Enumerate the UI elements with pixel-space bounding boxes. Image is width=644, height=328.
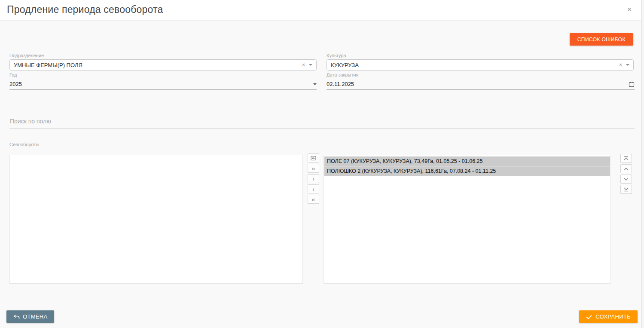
division-select[interactable]: УМНЫЕ ФЕРМЫ(Р) ПОЛЯ × — [9, 59, 317, 71]
move-bottom-button[interactable] — [620, 185, 632, 194]
rotations-label: Севообороты — [9, 142, 39, 147]
page-title: Продление периода севооборота — [7, 4, 163, 15]
culture-field: Культура КУКУРУЗА × — [327, 53, 634, 71]
undo-icon — [13, 314, 20, 319]
calendar-icon[interactable] — [629, 81, 635, 87]
close-date-field: Дата закрытия 02.11.2025 — [327, 72, 635, 90]
chevron-up-icon — [623, 167, 629, 171]
year-label: Год — [9, 72, 317, 77]
transfer-buttons: » › ‹ « — [308, 153, 319, 204]
close-date-value: 02.11.2025 — [327, 81, 629, 87]
cancel-button[interactable]: ОТМЕНА — [6, 310, 54, 323]
culture-value: КУКУРУЗА — [331, 62, 619, 68]
culture-label: Культура — [327, 53, 634, 58]
culture-select[interactable]: КУКУРУЗА × — [327, 59, 634, 71]
clear-icon[interactable]: × — [619, 62, 622, 67]
selected-rotations-list[interactable]: ПОЛЕ 07 (КУКУРУЗА, КУКУРУЗА), 73,49Га, 0… — [324, 155, 611, 284]
chevron-bottom-icon — [623, 187, 629, 192]
crop-rotation-extension-dialog: Продление периода севооборота × СПИСОК О… — [0, 0, 644, 328]
dialog-header: Продление периода севооборота × — [0, 0, 641, 21]
move-highlighted-left-button[interactable] — [308, 153, 319, 162]
order-buttons — [620, 154, 632, 194]
caret-down-icon[interactable] — [626, 64, 629, 66]
year-value: 2025 — [9, 81, 313, 87]
box-arrow-left-icon — [310, 156, 317, 161]
clear-icon[interactable]: × — [302, 62, 305, 67]
save-label: СОХРАНИТЬ — [595, 313, 631, 320]
available-rotations-list[interactable] — [9, 155, 303, 284]
chevron-top-icon — [623, 156, 629, 161]
error-list-button[interactable]: СПИСОК ОШИБОК — [570, 33, 633, 46]
year-select[interactable]: 2025 — [9, 79, 317, 90]
move-up-button[interactable] — [620, 164, 632, 173]
division-field: Подразделение УМНЫЕ ФЕРМЫ(Р) ПОЛЯ × — [9, 53, 317, 71]
check-icon — [586, 314, 592, 319]
list-item[interactable]: ПОЛЕ 07 (КУКУРУЗА, КУКУРУЗА), 73,49Га, 0… — [324, 156, 610, 166]
search-field — [9, 115, 635, 129]
move-top-button[interactable] — [620, 154, 632, 163]
close-date-input[interactable]: 02.11.2025 — [327, 79, 635, 90]
caret-down-icon[interactable] — [309, 64, 312, 66]
move-left-button[interactable]: ‹ — [308, 184, 319, 193]
move-all-left-button[interactable]: « — [308, 195, 319, 204]
chevron-down-icon — [623, 178, 629, 181]
save-button[interactable]: СОХРАНИТЬ — [579, 310, 638, 323]
list-item[interactable]: ПОЛЮШКО 2 (КУКУРУЗА, КУКУРУЗА), 116,61Га… — [324, 166, 610, 176]
window-edge — [641, 0, 644, 328]
caret-down-icon[interactable] — [313, 83, 317, 85]
division-label: Подразделение — [9, 53, 317, 58]
division-value: УМНЫЕ ФЕРМЫ(Р) ПОЛЯ — [14, 62, 302, 68]
year-field: Год 2025 — [9, 72, 317, 90]
search-input[interactable] — [9, 115, 635, 129]
move-right-button[interactable]: › — [308, 174, 319, 183]
move-all-right-button[interactable]: » — [308, 164, 319, 173]
move-down-button[interactable] — [620, 175, 632, 184]
cancel-label: ОТМЕНА — [23, 313, 47, 320]
close-date-label: Дата закрытия — [327, 72, 635, 77]
close-icon[interactable]: × — [624, 4, 635, 15]
